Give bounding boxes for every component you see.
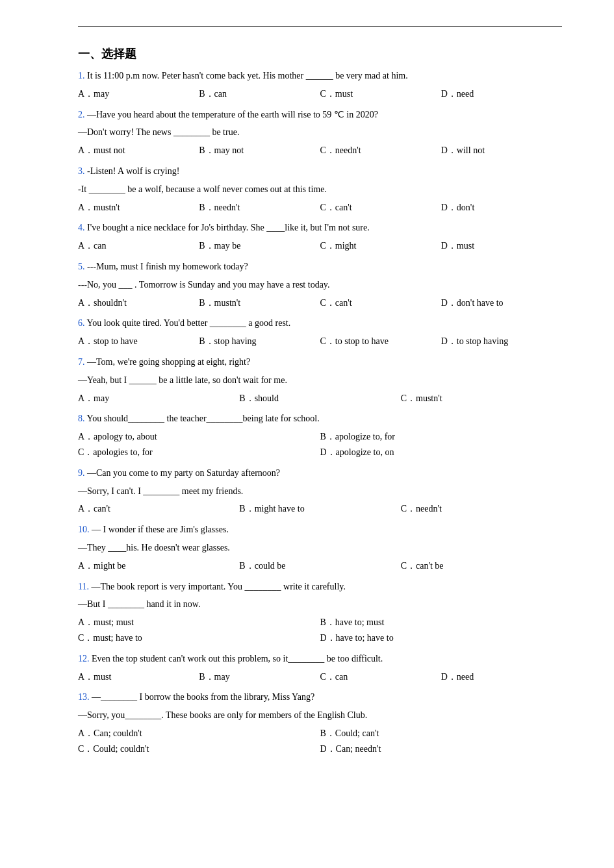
options-row: A．must notB．may notC．needn'tD．will not (78, 143, 562, 158)
question-2: 2. —Have you heard about the temperature… (78, 107, 562, 158)
option: D．Can; needn't (320, 741, 563, 757)
question-line: -It ________ be a wolf, because a wolf n… (78, 182, 562, 197)
option: D．have to; have to (320, 630, 563, 646)
option: A．may (78, 86, 199, 102)
options-row: A．mustB．mayC．canD．need (78, 669, 562, 685)
option: A．may (78, 391, 239, 406)
question-number: 2. (78, 110, 87, 119)
option: B．apologize to, for (320, 429, 563, 445)
question-number: 4. (78, 223, 87, 232)
question-6: 6. You look quite tired. You'd better __… (78, 316, 562, 349)
question-9: 9. —Can you come to my party on Saturday… (78, 465, 562, 517)
top-divider (78, 26, 562, 27)
question-line: —They ____his. He doesn't wear glasses. (78, 540, 562, 556)
option: C．can't (320, 295, 441, 311)
option: A．must; must (78, 615, 320, 630)
option: D．need (441, 86, 562, 102)
option: B．can (199, 86, 320, 102)
options-row: A．shouldn'tB．mustn'tC．can'tD．don't have … (78, 295, 562, 311)
question-number: 1. (78, 71, 87, 81)
option: B．should (239, 391, 400, 406)
question-line: 2. —Have you heard about the temperature… (78, 107, 562, 123)
option: A．must not (78, 143, 199, 158)
section-title: 一、选择题 (78, 46, 562, 62)
options-row: A．mayB．shouldC．mustn't (78, 391, 562, 406)
question-number: 11. (78, 582, 91, 591)
options-row: A．must; mustB．have to; mustC．must; have … (78, 615, 562, 646)
option: D．must (441, 238, 562, 254)
question-line: 1. It is 11:00 p.m now. Peter hasn't com… (78, 68, 562, 84)
options-row: A．mustn'tB．needn'tC．can'tD．don't (78, 200, 562, 216)
option: C．needn't (320, 143, 441, 158)
option: B．mustn't (199, 295, 320, 311)
question-3: 3. -Listen! A wolf is crying!-It _______… (78, 164, 562, 215)
question-line: —Sorry, you________. These books are onl… (78, 708, 562, 723)
question-number: 12. (78, 654, 92, 663)
option: C．to stop to have (320, 334, 441, 349)
question-line: —But I ________ hand it in now. (78, 597, 562, 612)
question-line: 8. You should________ the teacher_______… (78, 411, 562, 427)
question-line: 11. —The book report is very important. … (78, 579, 562, 595)
question-number: 7. (78, 357, 87, 367)
question-line: —Don't worry! The news ________ be true. (78, 125, 562, 140)
question-line: 5. ---Mum, must I finish my homework tod… (78, 259, 562, 275)
option: C．can't be (401, 558, 562, 574)
option: A．apology to, about (78, 429, 320, 445)
option: A．must (78, 669, 199, 685)
option: B．have to; must (320, 615, 563, 630)
option: D．don't (441, 200, 562, 216)
question-line: 12. Even the top student can't work out … (78, 651, 562, 667)
question-line: ---No, you ___ . Tomorrow is Sunday and … (78, 277, 562, 293)
question-line: 13. —________ I borrow the books from th… (78, 689, 562, 705)
question-13: 13. —________ I borrow the books from th… (78, 689, 562, 756)
question-line: —Yeah, but I ______ be a little late, so… (78, 373, 562, 388)
option: C．can't (320, 200, 441, 216)
question-5: 5. ---Mum, must I finish my homework tod… (78, 259, 562, 310)
option: A．can't (78, 501, 239, 517)
option: A．mustn't (78, 200, 199, 216)
option: A．Can; couldn't (78, 726, 320, 741)
question-number: 3. (78, 166, 87, 176)
question-number: 5. (78, 262, 87, 271)
option: C．can (320, 669, 441, 685)
questions-container: 1. It is 11:00 p.m now. Peter hasn't com… (78, 68, 562, 756)
question-line: 4. I've bought a nice necklace for Jo's … (78, 220, 562, 236)
option: B．stop having (199, 334, 320, 349)
option: A．can (78, 238, 199, 254)
option: B．Could; can't (320, 726, 563, 741)
question-line: 6. You look quite tired. You'd better __… (78, 316, 562, 331)
option: D．apologize to, on (320, 445, 563, 460)
question-1: 1. It is 11:00 p.m now. Peter hasn't com… (78, 68, 562, 102)
options-row: A．apology to, aboutB．apologize to, forC．… (78, 429, 562, 460)
question-number: 9. (78, 468, 87, 478)
options-row: A．stop to haveB．stop havingC．to stop to … (78, 334, 562, 349)
question-line: 9. —Can you come to my party on Saturday… (78, 465, 562, 481)
question-line: 3. -Listen! A wolf is crying! (78, 164, 562, 179)
options-row: A．canB．may beC．mightD．must (78, 238, 562, 254)
option: B．may be (199, 238, 320, 254)
question-11: 11. —The book report is very important. … (78, 579, 562, 646)
question-8: 8. You should________ the teacher_______… (78, 411, 562, 460)
option: A．shouldn't (78, 295, 199, 311)
option: D．don't have to (441, 295, 562, 311)
option: C．must (320, 86, 441, 102)
option: B．needn't (199, 200, 320, 216)
option: C．might (320, 238, 441, 254)
options-row: A．can'tB．might have toC．needn't (78, 501, 562, 517)
option: C．needn't (401, 501, 562, 517)
question-number: 8. (78, 414, 86, 423)
question-10: 10. — I wonder if these are Jim's glasse… (78, 522, 562, 573)
question-12: 12. Even the top student can't work out … (78, 651, 562, 685)
option: D．to stop having (441, 334, 562, 349)
question-line: 7. —Tom, we're going shopping at eight, … (78, 354, 562, 370)
option: B．could be (239, 558, 400, 574)
question-line: —Sorry, I can't. I ________ meet my frie… (78, 484, 562, 499)
question-line: 10. — I wonder if these are Jim's glasse… (78, 522, 562, 538)
question-7: 7. —Tom, we're going shopping at eight, … (78, 354, 562, 406)
option: A．might be (78, 558, 239, 574)
option: B．may (199, 669, 320, 685)
question-number: 13. (78, 692, 92, 702)
option: C．apologies to, for (78, 445, 320, 460)
option: C．Could; couldn't (78, 741, 320, 757)
options-row: A．mayB．canC．mustD．need (78, 86, 562, 102)
